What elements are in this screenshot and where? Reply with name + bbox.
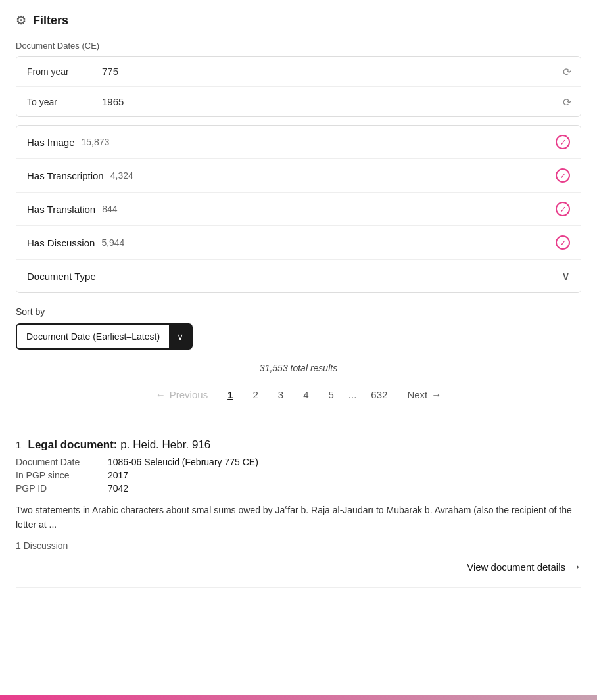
filter-has-translation-check: ✓ — [556, 202, 570, 216]
meta-val-pgp-id: 7042 — [108, 483, 581, 494]
previous-label: Previous — [170, 389, 208, 400]
page-1-button[interactable]: 1 — [220, 384, 241, 406]
view-document-label: View document details — [467, 561, 565, 572]
result-discussion: 1 Discussion — [16, 540, 581, 551]
to-year-row: To year ⟳ — [16, 87, 581, 116]
filter-has-image-count: 15,873 — [82, 137, 110, 147]
previous-button[interactable]: ← Previous — [148, 384, 216, 406]
result-meta: Document Date 1086-06 Seleucid (February… — [16, 457, 581, 494]
total-results: 31,553 total results — [16, 363, 581, 373]
filter-has-discussion-count: 5,944 — [101, 237, 124, 248]
filter-has-transcription-count: 4,324 — [110, 170, 133, 181]
sort-section: Sort by Document Date (Earliest–Latest) … — [16, 306, 581, 350]
filter-row-has-image[interactable]: Has Image 15,873 ✓ — [16, 126, 581, 159]
from-year-input[interactable] — [95, 57, 581, 86]
sort-chevron-button[interactable]: ∨ — [169, 325, 191, 348]
meta-key-pgp-since: In PGP since — [16, 470, 108, 480]
filter-has-discussion-label: Has Discussion — [27, 237, 95, 248]
filter-has-translation-count: 844 — [102, 204, 117, 214]
filters-header: ⚙ Filters — [16, 13, 581, 28]
to-year-input[interactable] — [95, 87, 581, 116]
sort-select-wrap: Document Date (Earliest–Latest) ∨ — [16, 323, 193, 350]
filter-row-has-translation[interactable]: Has Translation 844 ✓ — [16, 193, 581, 226]
result-title-type: Legal document: — [28, 438, 118, 451]
view-document-button[interactable]: View document details → — [467, 560, 581, 574]
filter-has-transcription-check: ✓ — [556, 168, 570, 183]
from-year-spin-button[interactable]: ⟳ — [560, 62, 574, 80]
sort-current-value: Document Date (Earliest–Latest) — [17, 325, 169, 348]
filter-row-document-type[interactable]: Document Type ∨ — [16, 260, 581, 292]
result-number: 1 — [16, 439, 21, 450]
result-title: Legal document: p. Heid. Hebr. 916 — [28, 438, 211, 451]
page-2-button[interactable]: 2 — [245, 384, 266, 406]
filter-row-has-discussion[interactable]: Has Discussion 5,944 ✓ — [16, 226, 581, 260]
next-label: Next — [407, 389, 427, 400]
filter-has-image-check: ✓ — [556, 135, 570, 149]
filter-has-image-label: Has Image — [27, 137, 75, 148]
from-year-label: From year — [16, 57, 95, 86]
filter-has-discussion-check: ✓ — [556, 235, 570, 250]
meta-val-pgp-since: 2017 — [108, 470, 581, 480]
date-range-panel: From year ⟳ To year ⟳ — [16, 56, 581, 117]
view-document-arrow-icon: → — [569, 560, 581, 574]
filters-title: Filters — [33, 14, 68, 28]
result-title-name: p. Heid. Hebr. 916 — [118, 438, 211, 451]
from-year-row: From year ⟳ — [16, 57, 581, 87]
filter-has-translation-label: Has Translation — [27, 204, 95, 215]
view-doc-wrap: View document details → — [16, 560, 581, 574]
to-year-label: To year — [16, 87, 95, 116]
page-ellipsis: ... — [346, 384, 360, 406]
filters-icon: ⚙ — [16, 13, 26, 28]
to-year-input-wrap: ⟳ — [95, 87, 581, 116]
filter-list: Has Image 15,873 ✓ Has Transcription 4,3… — [16, 125, 581, 293]
bottom-bar — [0, 695, 597, 700]
result-item-1: 1 Legal document: p. Heid. Hebr. 916 Doc… — [16, 425, 581, 588]
page-632-button[interactable]: 632 — [363, 384, 395, 406]
page-5-button[interactable]: 5 — [321, 384, 342, 406]
result-description: Two statements in Arabic characters abou… — [16, 503, 581, 532]
to-year-spin-button[interactable]: ⟳ — [560, 93, 574, 110]
document-dates-label: Document Dates (CE) — [16, 41, 581, 51]
meta-val-date: 1086-06 Seleucid (February 775 CE) — [108, 457, 581, 467]
from-year-input-wrap: ⟳ — [95, 57, 581, 86]
left-arrow-icon: ← — [156, 389, 166, 400]
pagination: ← Previous 1 2 3 4 5 ... 632 Next → — [16, 384, 581, 406]
result-title-line: 1 Legal document: p. Heid. Hebr. 916 — [16, 438, 581, 452]
filter-has-transcription-label: Has Transcription — [27, 170, 104, 181]
next-button[interactable]: Next → — [399, 384, 449, 406]
filter-row-has-transcription[interactable]: Has Transcription 4,324 ✓ — [16, 159, 581, 193]
page-3-button[interactable]: 3 — [270, 384, 291, 406]
right-arrow-icon: → — [431, 389, 441, 400]
sort-label: Sort by — [16, 306, 581, 317]
meta-key-date: Document Date — [16, 457, 108, 467]
filter-document-type-label: Document Type — [27, 271, 96, 282]
meta-key-pgp-id: PGP ID — [16, 483, 108, 494]
page-4-button[interactable]: 4 — [295, 384, 316, 406]
document-type-chevron-icon: ∨ — [561, 269, 570, 283]
